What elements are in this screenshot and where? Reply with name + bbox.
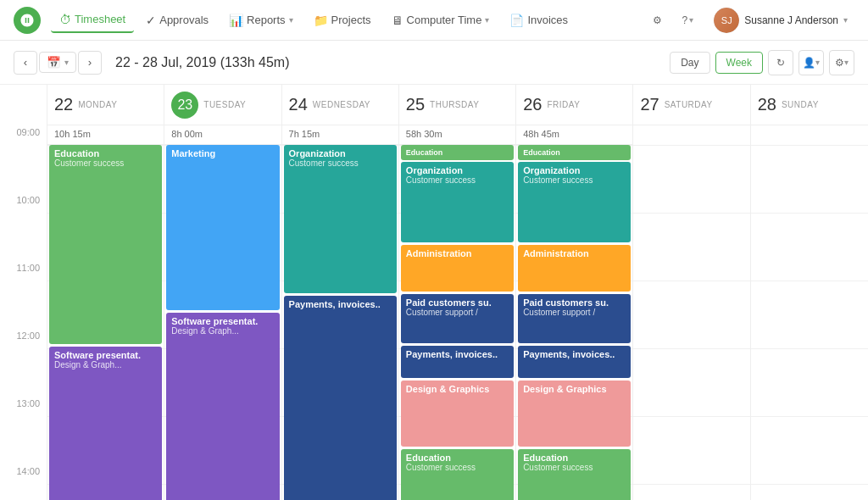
friday-header: 26 FRIDAY — [516, 85, 632, 125]
event-thu-payments[interactable]: Payments, invoices.. — [401, 346, 514, 378]
nav-approvals[interactable]: ✓ Approvals — [137, 8, 217, 32]
calendar-settings-button[interactable]: ⚙ ▾ — [829, 50, 854, 75]
reports-chevron: ▾ — [289, 15, 293, 25]
next-week-button[interactable]: › — [78, 51, 102, 75]
event-wed-organization[interactable]: Organization Customer success — [284, 145, 397, 293]
day-view-button[interactable]: Day — [670, 52, 709, 74]
day-friday: 26 FRIDAY 48h 45m Education Organization… — [516, 85, 633, 500]
week-view-button[interactable]: Week — [715, 52, 763, 74]
person-chevron: ▾ — [815, 58, 820, 67]
calendar-toolbar: ‹ 📅 ▾ › 22 - 28 Jul, 2019 (133h 45m) Day… — [0, 41, 868, 85]
event-fri-organization[interactable]: Organization Customer success — [518, 162, 631, 242]
friday-name: FRIDAY — [547, 100, 580, 109]
time-1300: 13:00 — [0, 397, 47, 464]
event-fri-education-sm[interactable]: Education — [518, 145, 631, 160]
event-title: Education — [406, 148, 509, 157]
event-mon-education[interactable]: Education Customer success — [49, 145, 162, 344]
event-fri-paid[interactable]: Paid customers su. Customer support / — [518, 294, 631, 343]
app-logo[interactable] — [14, 7, 41, 34]
tuesday-num: 23 — [171, 92, 198, 119]
event-fri-admin[interactable]: Administration — [518, 245, 631, 292]
person-icon: 👤 — [803, 57, 815, 69]
friday-hours: 48h 45m — [516, 125, 632, 145]
event-sub: Customer success — [523, 175, 626, 185]
event-fri-design[interactable]: Design & Graphics — [518, 381, 631, 447]
tuesday-events: Marketing Software presentat. Design & G… — [164, 145, 281, 500]
settings-icon: ⚙ — [653, 14, 662, 26]
calendar-body: 09:00 10:00 11:00 12:00 13:00 14:00 15:0… — [0, 85, 868, 500]
user-chevron: ▾ — [843, 15, 848, 25]
event-sub: Design & Graph... — [54, 360, 157, 369]
event-title: Paid customers su. — [406, 297, 509, 308]
avatar: SJ — [714, 8, 739, 33]
time-column: 09:00 10:00 11:00 12:00 13:00 14:00 15:0… — [0, 85, 47, 500]
wednesday-events: Organization Customer success Payments, … — [282, 145, 398, 500]
computer-time-icon: 🖥 — [392, 14, 403, 27]
event-tue-marketing[interactable]: Marketing — [166, 145, 279, 310]
nav-invoices[interactable]: 📄 Invoices — [501, 8, 576, 32]
event-title: Administration — [406, 248, 509, 258]
event-wed-payments[interactable]: Payments, invoices.. — [284, 296, 397, 500]
event-title: Education — [406, 453, 509, 463]
event-sub: Design & Graph... — [171, 326, 274, 336]
refresh-button[interactable]: ↻ — [768, 50, 793, 75]
event-sub: Customer success — [406, 463, 509, 472]
time-1200: 12:00 — [0, 329, 47, 397]
event-title: Design & Graphics — [406, 384, 509, 394]
friday-events: Education Organization Customer success … — [516, 145, 632, 500]
wednesday-header: 24 WEDNESDAY — [282, 85, 398, 125]
reports-icon: 📊 — [229, 14, 243, 27]
days-grid: 22 MONDAY 10h 15m Education Customer suc… — [47, 85, 868, 500]
event-tue-software[interactable]: Software presentat. Design & Graph... — [166, 313, 279, 500]
saturday-num: 27 — [640, 95, 659, 114]
event-thu-paid[interactable]: Paid customers su. Customer support / — [401, 294, 514, 343]
event-title: Software presentat. — [171, 316, 274, 326]
event-mon-software[interactable]: Software presentat. Design & Graph... ST… — [49, 347, 162, 500]
event-sub: Customer success — [289, 158, 392, 168]
thursday-events: Education Organization Customer success … — [399, 145, 515, 500]
event-thu-admin[interactable]: Administration — [401, 245, 514, 292]
calendar-icon: 📅 — [47, 56, 61, 69]
calendar-picker-button[interactable]: 📅 ▾ — [39, 52, 76, 73]
sunday-header: 28 SUNDAY — [751, 85, 868, 125]
invoices-icon: 📄 — [509, 14, 524, 27]
settings-button[interactable]: ⚙ — [646, 11, 669, 30]
nav-computer-time[interactable]: 🖥 Computer Time ▾ — [383, 8, 498, 32]
thursday-num: 25 — [406, 95, 425, 114]
event-thu-design[interactable]: Design & Graphics — [401, 381, 514, 447]
wednesday-num: 24 — [289, 95, 308, 114]
day-thursday: 25 THURSDAY 58h 30m Education Organizati… — [399, 85, 516, 500]
nav-timesheet[interactable]: ⏱ Timesheet — [51, 8, 134, 33]
prev-week-button[interactable]: ‹ — [14, 51, 37, 75]
event-title: Paid customers su. — [523, 297, 626, 308]
saturday-events — [633, 145, 749, 500]
day-monday: 22 MONDAY 10h 15m Education Customer suc… — [47, 85, 164, 500]
nav-reports[interactable]: 📊 Reports ▾ — [220, 8, 302, 32]
nav-projects[interactable]: 📁 Projects — [305, 8, 380, 32]
view-controls: Day Week ↻ 👤 ▾ ⚙ ▾ — [670, 50, 854, 75]
user-menu[interactable]: SJ Susanne J Anderson ▾ — [707, 4, 854, 36]
help-button[interactable]: ? ▾ — [676, 11, 701, 30]
event-title: Administration — [523, 248, 626, 258]
computer-time-chevron: ▾ — [485, 15, 489, 25]
event-sub: Customer success — [406, 175, 509, 185]
sunday-name: SUNDAY — [782, 100, 819, 109]
event-thu-organization[interactable]: Organization Customer success — [401, 162, 514, 242]
help-icon: ? — [682, 14, 688, 26]
saturday-name: SATURDAY — [665, 100, 713, 109]
event-sub: Customer success — [54, 158, 157, 168]
friday-num: 26 — [523, 95, 542, 114]
person-filter-button[interactable]: 👤 ▾ — [798, 50, 824, 75]
event-title: Education — [523, 453, 626, 463]
event-thu-education[interactable]: Education Customer success — [401, 449, 514, 500]
thursday-hours: 58h 30m — [399, 125, 515, 145]
event-fri-education[interactable]: Education Customer success — [518, 449, 631, 500]
event-fri-payments[interactable]: Payments, invoices.. — [518, 346, 631, 378]
event-title: Marketing — [171, 148, 274, 158]
event-title: Design & Graphics — [523, 384, 626, 394]
settings-chevron: ▾ — [844, 58, 849, 67]
tuesday-name: TUESDAY — [203, 100, 246, 109]
event-thu-education-sm[interactable]: Education — [401, 145, 514, 160]
event-title: Organization — [523, 165, 626, 175]
calendar-settings-icon: ⚙ — [835, 57, 844, 69]
